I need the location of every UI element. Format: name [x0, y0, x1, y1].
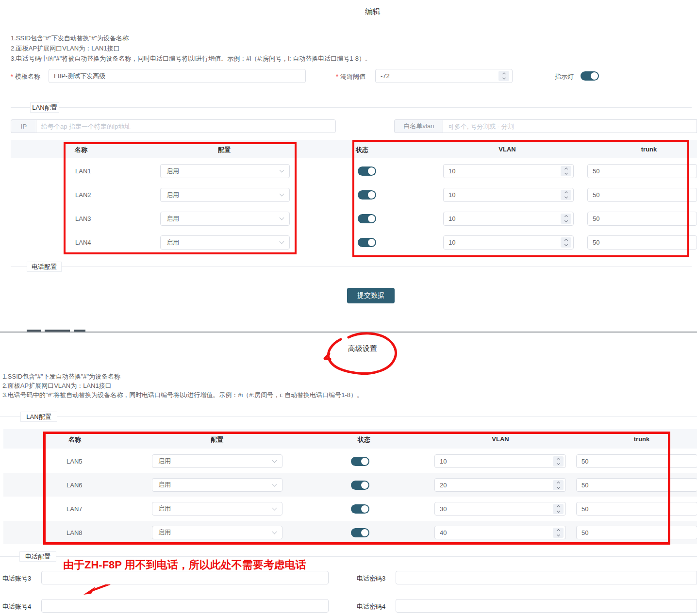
annotation-circle — [320, 331, 405, 377]
note-line-1: 1.SSID包含"#"下发自动替换"#"为设备名称 — [2, 372, 120, 381]
phone-account3-input[interactable] — [41, 571, 329, 584]
phone-password4-label: 电话密码4 — [357, 602, 385, 611]
phone-section-label: 电话配置 — [27, 262, 62, 272]
submit-button[interactable]: 提交数据 — [347, 288, 395, 303]
whitelist-vlan-input[interactable] — [443, 119, 697, 133]
phone-password3-input[interactable] — [396, 571, 697, 584]
note-line-3: 3.电话号码中的"#"将被自动替换为设备名称，同时电话口编号将以i进行增值。示例… — [2, 390, 363, 400]
divider-line — [11, 107, 692, 108]
template-name-label: 模板名称 — [15, 72, 40, 81]
note-line-3: 3.电话号码中的"#"将被自动替换为设备名称，同时电话口编号将以i进行增值。示例… — [11, 53, 371, 64]
note-line-2: 2.面板AP扩展网口VLAN为：LAN1接口 — [11, 43, 120, 53]
edit-dialog-title: 编辑 — [340, 7, 406, 17]
required-asterisk: * — [336, 73, 338, 80]
lan-section-label: LAN配置 — [20, 412, 57, 422]
roaming-threshold-spinner[interactable] — [498, 71, 509, 81]
ip-addon-label: IP — [11, 119, 36, 133]
annotation-box-left — [64, 142, 297, 254]
roaming-threshold-label: 漫游阈值 — [340, 72, 365, 81]
note-line-2: 2.面板AP扩展网口VLAN为：LAN1接口 — [2, 381, 112, 390]
spinner-down-icon[interactable] — [502, 76, 505, 80]
divider-line — [11, 266, 692, 267]
phone-password3-label: 电话密码3 — [357, 574, 385, 583]
required-asterisk: * — [11, 73, 13, 80]
phone-section-label: 电话配置 — [19, 551, 56, 562]
ip-input[interactable] — [36, 119, 336, 133]
phone-password4-input[interactable] — [396, 599, 697, 613]
lan-section-label: LAN配置 — [30, 102, 59, 113]
divider-line — [0, 416, 697, 417]
spinner-up-icon[interactable] — [502, 72, 505, 76]
page: 编辑 1.SSID包含"#"下发自动替换"#"为设备名称 2.面板AP扩展网口V… — [0, 0, 697, 616]
roaming-threshold-input[interactable] — [375, 69, 513, 83]
phone-account4-label: 电话账号4 — [2, 602, 31, 611]
phone-account3-label: 电话账号3 — [2, 574, 31, 583]
divider-line — [0, 556, 697, 557]
template-name-input[interactable] — [49, 69, 306, 83]
note-line-1: 1.SSID包含"#"下发自动替换"#"为设备名称 — [11, 33, 129, 43]
annotation-box-right — [352, 140, 689, 257]
whitelist-vlan-addon-label: 白名单vlan — [394, 119, 443, 133]
led-toggle[interactable] — [581, 71, 599, 81]
led-label: 指示灯 — [555, 72, 574, 81]
annotation-box-table — [43, 432, 670, 545]
annotation-text: 由于ZH-F8P 用不到电话，所以此处不需要考虑电话 — [63, 558, 306, 572]
phone-account4-input[interactable] — [41, 599, 329, 613]
